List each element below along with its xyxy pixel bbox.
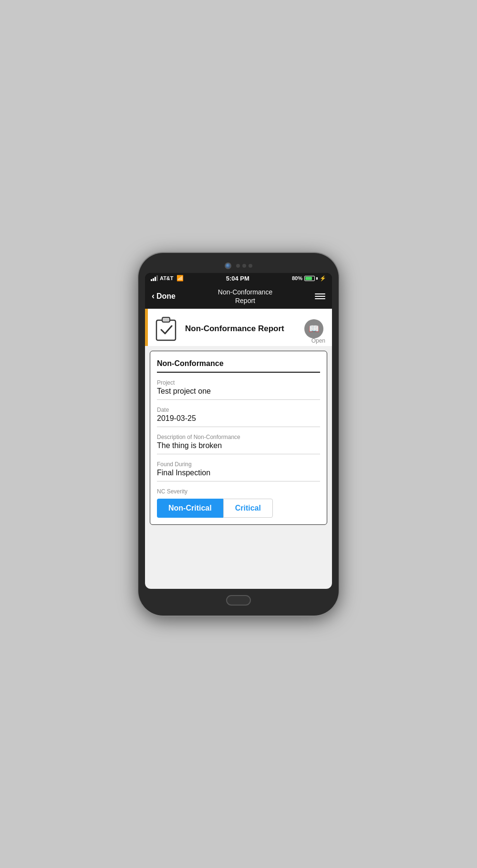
svg-rect-1 bbox=[162, 317, 170, 322]
camera-dot bbox=[225, 262, 231, 269]
section-title: Non-Conformance bbox=[157, 359, 320, 373]
field-description-value[interactable]: The thing is broken bbox=[157, 441, 320, 454]
field-date-label: Date bbox=[157, 407, 320, 413]
svg-rect-0 bbox=[156, 320, 176, 340]
white-bar bbox=[157, 357, 176, 358]
field-project-value[interactable]: Test project one bbox=[157, 387, 320, 400]
field-found-during: Found During Final Inspection bbox=[157, 461, 320, 481]
report-title: Non-Conformance Report bbox=[185, 324, 304, 334]
field-description-label: Description of Non-Conformance bbox=[157, 434, 320, 440]
form-card: Non-Conformance Project Test project one… bbox=[150, 351, 327, 525]
book-icon: 📖 bbox=[309, 324, 319, 334]
book-icon-button[interactable]: 📖 bbox=[304, 319, 323, 338]
severity-non-critical-button[interactable]: Non-Critical bbox=[157, 499, 223, 518]
nav-title-line1: Non-Conformance bbox=[218, 288, 272, 296]
nav-title-line2: Report bbox=[218, 296, 272, 305]
hamburger-menu-button[interactable] bbox=[315, 293, 325, 299]
field-date-value[interactable]: 2019-03-25 bbox=[157, 414, 320, 427]
field-date: Date 2019-03-25 bbox=[157, 407, 320, 427]
clipboard-icon bbox=[155, 316, 177, 341]
nav-bar: ‹ Done Non-Conformance Report bbox=[145, 284, 332, 309]
field-description: Description of Non-Conformance The thing… bbox=[157, 434, 320, 454]
field-found-during-value[interactable]: Final Inspection bbox=[157, 469, 320, 481]
phone-device: AT&T 📶 5:04 PM 80% ⚡ ‹ Done bbox=[138, 253, 339, 616]
status-left: AT&T 📶 bbox=[151, 275, 184, 282]
severity-section: NC Severity Non-Critical Critical bbox=[157, 488, 320, 518]
charging-icon: ⚡ bbox=[320, 275, 326, 282]
wifi-icon: 📶 bbox=[176, 275, 184, 282]
speaker-dots bbox=[236, 264, 252, 268]
status-right: 80% ⚡ bbox=[292, 275, 326, 282]
phone-top-bar bbox=[145, 260, 332, 273]
battery-indicator bbox=[304, 276, 318, 281]
report-icon-box bbox=[152, 314, 180, 343]
field-found-during-label: Found During bbox=[157, 461, 320, 468]
open-label: Open bbox=[311, 337, 325, 344]
back-chevron-icon: ‹ bbox=[152, 291, 155, 301]
report-header: Non-Conformance Report 📖 Open bbox=[145, 309, 332, 346]
severity-buttons: Non-Critical Critical bbox=[157, 499, 320, 518]
back-done-label: Done bbox=[156, 292, 176, 301]
home-button[interactable] bbox=[226, 595, 251, 606]
signal-bars bbox=[151, 275, 158, 281]
severity-label: NC Severity bbox=[157, 488, 320, 495]
back-done-button[interactable]: ‹ Done bbox=[152, 291, 176, 301]
phone-bottom bbox=[226, 592, 251, 609]
phone-screen: AT&T 📶 5:04 PM 80% ⚡ ‹ Done bbox=[145, 273, 332, 589]
carrier-label: AT&T bbox=[160, 275, 174, 281]
screen-content: Non-Conformance Report 📖 Open Non-Confor… bbox=[145, 309, 332, 589]
nav-title: Non-Conformance Report bbox=[218, 288, 272, 305]
severity-critical-button[interactable]: Critical bbox=[223, 499, 273, 518]
status-bar: AT&T 📶 5:04 PM 80% ⚡ bbox=[145, 273, 332, 284]
field-project: Project Test project one bbox=[157, 379, 320, 400]
status-time: 5:04 PM bbox=[226, 275, 249, 282]
field-project-label: Project bbox=[157, 379, 320, 386]
battery-pct-label: 80% bbox=[292, 275, 302, 281]
